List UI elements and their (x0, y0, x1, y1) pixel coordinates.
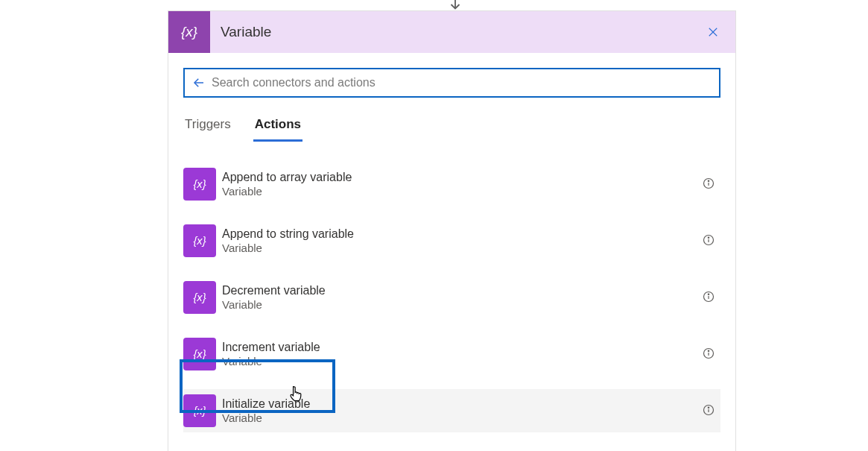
info-icon[interactable] (703, 404, 716, 417)
action-text: Increment variable Variable (222, 340, 703, 369)
action-title: Increment variable (222, 340, 703, 355)
action-list: {x} Append to array variable Variable {x… (183, 163, 720, 451)
action-title: Decrement variable (222, 283, 703, 298)
action-increment[interactable]: {x} Increment variable Variable (183, 332, 720, 376)
action-title: Initialize variable (222, 397, 703, 411)
action-initialize[interactable]: {x} Initialize variable Variable (183, 389, 720, 432)
variable-icon: {x} (183, 394, 216, 427)
tab-triggers[interactable]: Triggers (183, 114, 232, 142)
tab-strip: Triggers Actions (183, 114, 720, 142)
svg-point-24 (708, 407, 709, 408)
variable-connector-icon: {x} (168, 11, 210, 53)
info-icon[interactable] (703, 177, 716, 191)
close-button[interactable] (701, 20, 725, 44)
info-icon[interactable] (703, 347, 716, 361)
svg-text:{x}: {x} (181, 24, 197, 40)
info-icon[interactable] (703, 234, 716, 247)
action-append-array[interactable]: {x} Append to array variable Variable (183, 163, 720, 206)
action-append-string[interactable]: {x} Append to string variable Variable (183, 219, 720, 262)
action-picker-panel: {x} Variable Triggers Actions (168, 10, 736, 451)
svg-text:{x}: {x} (193, 291, 206, 303)
svg-text:{x}: {x} (193, 405, 206, 417)
action-subtitle: Variable (222, 298, 703, 312)
action-subtitle: Variable (222, 242, 703, 256)
action-text: Initialize variable Variable (222, 397, 703, 426)
action-set[interactable]: {x} Set variable Variable (183, 446, 720, 451)
search-row (183, 68, 720, 98)
variable-icon: {x} (183, 338, 216, 370)
svg-point-8 (708, 180, 709, 181)
variable-icon: {x} (183, 168, 216, 201)
action-title: Append to array variable (222, 170, 703, 185)
variable-icon: {x} (183, 281, 216, 314)
panel-title: Variable (210, 24, 701, 40)
action-decrement[interactable]: {x} Decrement variable Variable (183, 276, 720, 319)
action-subtitle: Variable (222, 411, 703, 426)
action-subtitle: Variable (222, 185, 703, 199)
back-arrow-icon[interactable] (191, 75, 207, 91)
svg-point-16 (708, 294, 709, 294)
svg-text:{x}: {x} (193, 235, 206, 247)
variable-icon: {x} (183, 224, 216, 257)
panel-body: Triggers Actions {x} Append to array var… (168, 53, 735, 451)
search-input[interactable] (212, 76, 713, 89)
action-text: Decrement variable Variable (222, 283, 703, 312)
panel-header: {x} Variable (168, 11, 735, 53)
action-text: Append to array variable Variable (222, 170, 703, 199)
svg-text:{x}: {x} (193, 348, 206, 360)
action-text: Append to string variable Variable (222, 227, 703, 256)
action-title: Append to string variable (222, 227, 703, 242)
info-icon[interactable] (703, 291, 716, 304)
svg-text:{x}: {x} (193, 178, 206, 190)
action-subtitle: Variable (222, 355, 703, 369)
svg-point-12 (708, 237, 709, 238)
svg-point-20 (708, 350, 709, 351)
tab-actions[interactable]: Actions (253, 114, 302, 142)
